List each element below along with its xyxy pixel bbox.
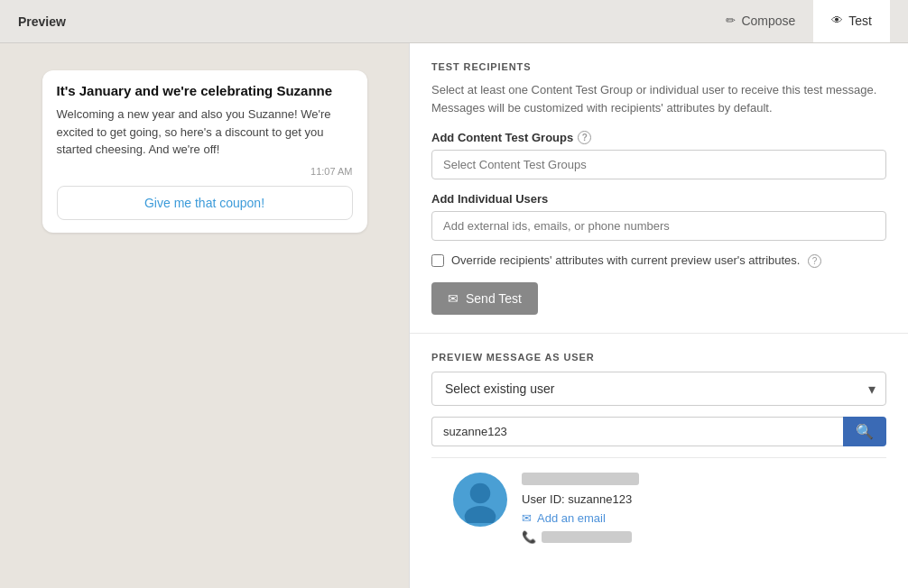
phone-number-blurred	[542, 531, 632, 543]
select-existing-user-dropdown[interactable]: Select existing user	[431, 372, 886, 406]
svg-point-0	[470, 483, 491, 504]
message-body: Welcoming a new year and also you Suzann…	[57, 106, 353, 159]
user-phone-row: 📞	[522, 530, 865, 544]
override-checkbox-row: Override recipients' attributes with cur…	[431, 253, 886, 268]
tab-compose-label: Compose	[741, 14, 795, 28]
preview-pane: It's January and we're celebrating Suzan…	[0, 43, 409, 588]
right-panel: TEST RECIPIENTS Select at least one Cont…	[409, 43, 908, 588]
user-email-row[interactable]: ✉ Add an email	[522, 511, 865, 525]
tab-compose[interactable]: ✏ Compose	[708, 0, 813, 42]
content-test-groups-input[interactable]	[431, 150, 886, 179]
message-time: 11:07 AM	[57, 166, 353, 177]
select-existing-user-wrapper: Select existing user ▾	[431, 372, 886, 406]
user-search-input[interactable]	[431, 417, 843, 446]
test-icon: 👁	[831, 14, 843, 27]
individual-users-label: Add Individual Users	[431, 192, 886, 206]
override-checkbox-label: Override recipients' attributes with cur…	[451, 253, 821, 268]
email-icon: ✉	[522, 511, 532, 525]
user-id-row: User ID: suzanne123	[522, 492, 865, 506]
user-result-card: User ID: suzanne123 ✉ Add an email 📞	[431, 457, 886, 558]
envelope-icon: ✉	[448, 291, 459, 306]
test-recipients-section: TEST RECIPIENTS Select at least one Cont…	[410, 43, 908, 334]
individual-users-input[interactable]	[431, 211, 886, 241]
override-info-icon[interactable]: ?	[808, 254, 821, 268]
header: Preview ✏ Compose 👁 Test	[0, 0, 908, 43]
content-test-groups-info-icon[interactable]: ?	[578, 131, 591, 144]
user-info: User ID: suzanne123 ✉ Add an email 📞	[522, 473, 865, 544]
main-layout: It's January and we're celebrating Suzan…	[0, 43, 908, 588]
header-preview-label: Preview	[18, 14, 66, 29]
preview-as-user-section: PREVIEW MESSAGE AS USER Select existing …	[410, 334, 908, 576]
send-test-button[interactable]: ✉ Send Test	[431, 282, 538, 315]
user-name-blurred	[522, 473, 639, 485]
compose-icon: ✏	[726, 14, 736, 27]
override-checkbox[interactable]	[431, 254, 444, 267]
user-search-button[interactable]: 🔍	[843, 417, 886, 446]
search-icon: 🔍	[856, 423, 874, 440]
tabs: ✏ Compose 👁 Test	[708, 0, 890, 42]
tab-test[interactable]: 👁 Test	[813, 0, 890, 42]
preview-as-user-title: PREVIEW MESSAGE AS USER	[431, 352, 886, 363]
phone-icon: 📞	[522, 530, 536, 544]
tab-test-label: Test	[848, 14, 872, 28]
avatar	[453, 473, 507, 527]
test-recipients-description: Select at least one Content Test Group o…	[431, 81, 886, 116]
content-test-groups-label: Add Content Test Groups ?	[431, 131, 886, 144]
message-bubble: It's January and we're celebrating Suzan…	[42, 70, 367, 233]
message-title: It's January and we're celebrating Suzan…	[57, 83, 353, 98]
message-cta-button[interactable]: Give me that coupon!	[57, 186, 353, 220]
test-recipients-title: TEST RECIPIENTS	[431, 61, 886, 72]
user-search-row: 🔍	[431, 417, 886, 446]
svg-point-1	[465, 506, 496, 523]
